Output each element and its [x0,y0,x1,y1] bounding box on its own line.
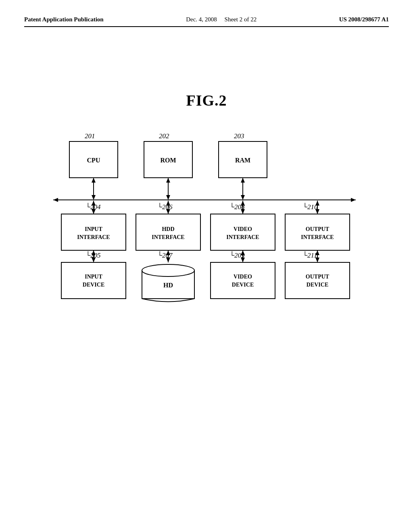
figure-title: FIG.2 [24,91,389,109]
bus-left-arrow [53,198,58,202]
video-device-label2: DEVICE [232,282,254,288]
hd-cylinder-bottom [142,299,194,302]
ref-203-label: 203 [234,132,244,140]
video-device-label1: VIDEO [234,274,252,280]
output-interface-label1: OUTPUT [306,226,330,232]
video-device-box [211,262,275,299]
input-device-label1: INPUT [85,274,102,280]
output-device-box [285,262,350,299]
input-iface-device-arrow-bot [92,258,96,262]
header-left: Patent Application Publication [24,16,104,23]
hd-label: HD [163,282,173,289]
ram-bus-arrow-bot [241,195,245,200]
patent-header: Patent Application Publication Dec. 4, 2… [24,16,389,27]
bus-video-iface-arrow-bot [241,209,245,214]
cpu-bus-arrow-bot [92,195,96,200]
hdd-iface-hd-arrow-bot [166,258,170,262]
output-device-label1: OUTPUT [306,274,330,280]
header-right: US 2008/298677 A1 [339,16,389,23]
bus-output-iface-arrow-bot [315,209,319,214]
bus-right-arrow [351,198,356,202]
hdd-interface-label2: INTERFACE [152,234,184,240]
ref-210-label: └210 [302,203,318,211]
ref-206-label: └206 [157,203,173,211]
ram-label: RAM [235,157,250,164]
input-device-label2: DEVICE [83,282,104,288]
rom-bus-arrow-top [166,178,170,183]
hdd-interface-box [136,214,200,250]
diagram-svg: 201 202 203 CPU ROM RAM [49,129,364,363]
cpu-label: CPU [87,157,100,164]
cpu-bus-arrow-top [92,178,96,183]
video-iface-device-arrow-bot [241,258,245,262]
header-sheet: Sheet 2 of 22 [225,16,257,23]
ref-207-label: └207 [157,251,173,259]
bus-hdd-iface-arrow-bot [166,209,170,214]
ref-202-label: 202 [159,132,169,140]
output-interface-label2: INTERFACE [301,234,334,240]
video-interface-box [211,214,275,250]
hdd-interface-label1: HDD [162,226,174,232]
header-center: Dec. 4, 2008 Sheet 2 of 22 [186,16,257,23]
ref-201-label: 201 [85,132,95,140]
output-iface-device-arrow-bot [315,258,319,262]
video-interface-label2: INTERFACE [226,234,259,240]
hd-cylinder-top [142,264,194,276]
input-interface-box [61,214,126,250]
rom-bus-arrow-bot [166,195,170,200]
header-date: Dec. 4, 2008 [186,16,217,23]
input-interface-label1: INPUT [85,226,102,232]
input-interface-label2: INTERFACE [77,234,110,240]
output-interface-box [285,214,350,250]
ref-211-label: └211 [302,251,317,259]
page: Patent Application Publication Dec. 4, 2… [0,0,413,532]
bus-input-iface-arrow-bot [92,209,96,214]
ram-bus-arrow-top [241,178,245,183]
input-device-box [61,262,126,299]
rom-label: ROM [160,157,176,164]
video-interface-label1: VIDEO [234,226,252,232]
output-device-label2: DEVICE [307,282,328,288]
diagram: 201 202 203 CPU ROM RAM [49,129,364,363]
